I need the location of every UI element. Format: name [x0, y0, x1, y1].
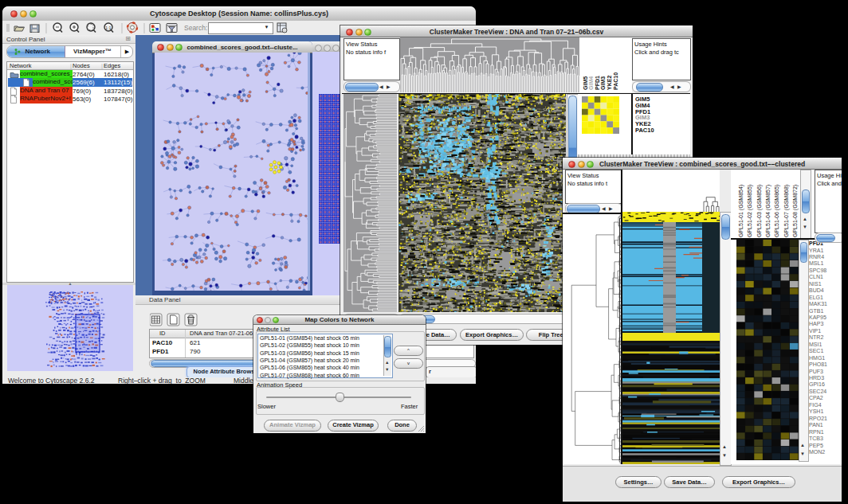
svg-text:1:1: 1:1: [105, 25, 112, 30]
